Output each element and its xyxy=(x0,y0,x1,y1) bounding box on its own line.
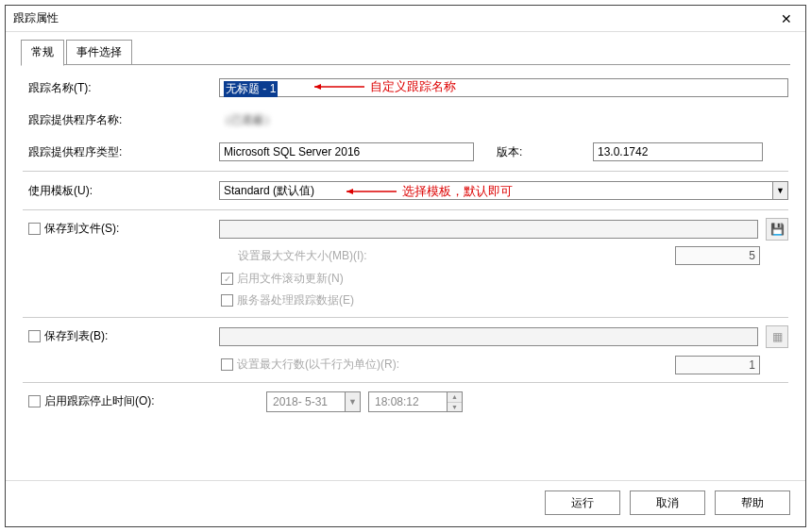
divider xyxy=(23,171,788,172)
use-template-label: 使用模板(U): xyxy=(23,183,219,199)
max-file-size-input xyxy=(675,246,760,265)
server-process-label: 服务器处理跟踪数据(E) xyxy=(237,292,354,308)
arrow-left-icon xyxy=(310,82,366,91)
trace-name-input[interactable] xyxy=(219,78,788,97)
titlebar: 跟踪属性 ✕ xyxy=(6,6,805,32)
checkbox-icon xyxy=(28,223,41,235)
rollover-checkbox: ✓ 启用文件滚动更新(N) xyxy=(221,271,344,287)
cancel-button[interactable]: 取消 xyxy=(630,490,705,515)
button-bar: 运行 取消 帮助 xyxy=(6,480,805,526)
tab-events[interactable]: 事件选择 xyxy=(66,40,132,65)
annotation-text: 选择模板，默认即可 xyxy=(402,183,513,200)
arrow-left-icon xyxy=(342,187,398,196)
chevron-up-icon: ▲ xyxy=(448,392,462,403)
divider xyxy=(23,209,788,210)
provider-name-label: 跟踪提供程序名称: xyxy=(23,112,219,128)
rollover-label: 启用文件滚动更新(N) xyxy=(237,271,344,287)
spinner-arrows: ▲ ▼ xyxy=(447,392,462,411)
checkbox-icon xyxy=(221,294,233,307)
annotation-text: 自定义跟踪名称 xyxy=(370,78,456,95)
tab-content: 跟踪名称(T): 无标题 - 1 自定义跟踪名称 跟踪提供程序名称: （已遮蔽） xyxy=(6,65,805,480)
dialog-window: 跟踪属性 ✕ 常规 事件选择 跟踪名称(T): 无标题 - 1 自定义跟 xyxy=(5,5,806,527)
help-button[interactable]: 帮助 xyxy=(715,490,790,515)
version-label: 版本: xyxy=(482,144,585,160)
window-title: 跟踪属性 xyxy=(13,10,59,26)
close-button[interactable]: ✕ xyxy=(768,7,805,31)
divider xyxy=(23,317,788,318)
max-file-size-label: 设置最大文件大小(MB)(I): xyxy=(219,248,397,264)
tab-label: 常规 xyxy=(31,45,54,58)
chevron-down-icon: ▼ xyxy=(772,182,787,199)
stop-time-label: 启用跟踪停止时间(O): xyxy=(44,393,155,409)
provider-type-label: 跟踪提供程序类型: xyxy=(23,144,219,160)
max-rows-label: 设置最大行数(以千行为单位)(R): xyxy=(237,357,399,373)
max-rows-input xyxy=(675,356,760,374)
browse-file-button: 💾 xyxy=(766,218,788,241)
tab-strip: 常规 事件选择 xyxy=(6,32,805,65)
stop-date-value: 2018- 5-31 xyxy=(267,395,345,408)
stop-time-checkbox[interactable]: 启用跟踪停止时间(O): xyxy=(28,393,155,409)
chevron-down-icon: ▼ xyxy=(448,403,462,412)
trace-name-label: 跟踪名称(T): xyxy=(23,80,219,96)
version-value xyxy=(593,142,763,161)
max-rows-checkbox: 设置最大行数(以千行为单位)(R): xyxy=(221,357,399,373)
stop-time-spinner: 18:08:12 ▲ ▼ xyxy=(368,391,463,412)
annotation-template: 选择模板，默认即可 xyxy=(342,183,513,200)
annotation-trace-name: 自定义跟踪名称 xyxy=(310,78,456,95)
checkbox-icon xyxy=(221,358,233,371)
server-process-checkbox: 服务器处理跟踪数据(E) xyxy=(221,292,354,308)
save-to-table-checkbox[interactable]: 保存到表(B): xyxy=(28,328,108,344)
tab-label: 事件选择 xyxy=(76,45,122,58)
browse-table-button: ▦ xyxy=(766,325,788,348)
save-icon: 💾 xyxy=(770,223,785,236)
run-button[interactable]: 运行 xyxy=(545,490,620,515)
chevron-down-icon: ▼ xyxy=(345,392,360,411)
divider xyxy=(23,382,788,383)
checkbox-icon xyxy=(28,395,41,407)
save-to-table-label: 保存到表(B): xyxy=(44,328,108,344)
checkbox-icon: ✓ xyxy=(221,273,233,285)
table-icon: ▦ xyxy=(772,330,783,343)
svg-marker-1 xyxy=(314,84,321,90)
save-table-input xyxy=(219,327,758,346)
save-file-path-input xyxy=(219,220,758,239)
provider-name-value: （已遮蔽） xyxy=(219,112,276,128)
save-to-file-label: 保存到文件(S): xyxy=(44,221,119,237)
stop-time-value: 18:08:12 xyxy=(369,395,447,408)
provider-type-value xyxy=(219,142,474,161)
tab-general[interactable]: 常规 xyxy=(21,40,64,66)
checkbox-icon xyxy=(28,330,41,342)
svg-marker-3 xyxy=(346,189,353,194)
save-to-file-checkbox[interactable]: 保存到文件(S): xyxy=(28,221,119,237)
stop-date-picker: 2018- 5-31 ▼ xyxy=(266,391,361,412)
